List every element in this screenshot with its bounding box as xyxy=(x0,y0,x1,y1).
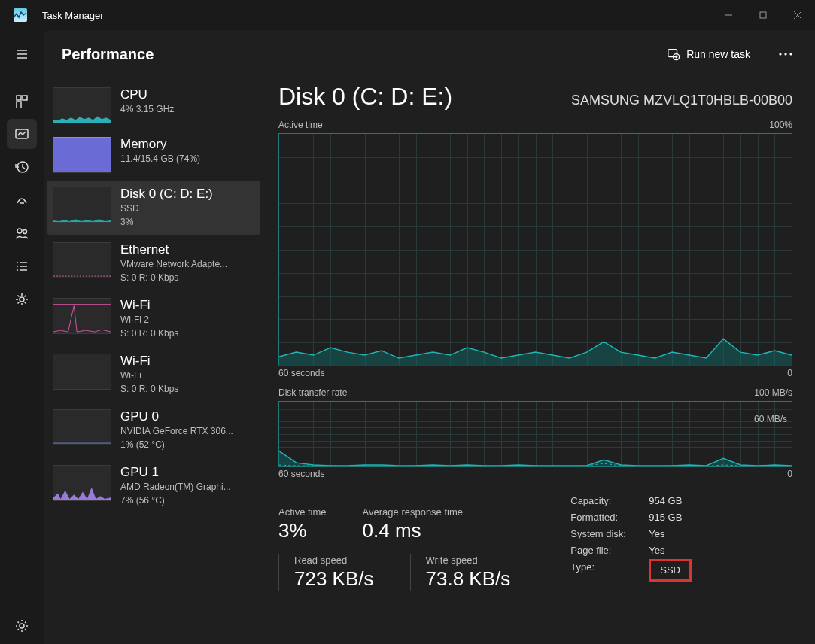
svg-rect-1 xyxy=(760,12,766,18)
wifi2-thumb xyxy=(53,298,111,334)
memory-thumb xyxy=(53,137,111,173)
maximize-button[interactable] xyxy=(746,0,780,30)
write-label: Write speed xyxy=(426,554,511,566)
pagefile-value: Yes xyxy=(649,542,664,559)
chart2-xleft: 60 seconds xyxy=(278,469,324,479)
run-new-task-button[interactable]: Run new task xyxy=(658,41,759,67)
gpu0-sub2: 1% (52 °C) xyxy=(120,438,254,451)
gpu1-thumb xyxy=(53,465,111,501)
run-task-label: Run new task xyxy=(686,48,750,60)
svg-point-27 xyxy=(779,53,781,55)
sysdisk-label: System disk: xyxy=(570,526,635,542)
app-icon xyxy=(14,8,27,22)
svg-rect-23 xyxy=(668,50,677,57)
gpu1-sub1: AMD Radeon(TM) Graphi... xyxy=(120,480,254,494)
cpu-thumb xyxy=(53,87,111,123)
titlebar: Task Manager xyxy=(0,0,815,30)
formatted-value: 915 GB xyxy=(649,509,682,526)
sidebar-item-wifi[interactable]: Wi-Fi Wi-Fi S: 0 R: 0 Kbps xyxy=(47,348,260,402)
svg-point-13 xyxy=(17,229,22,233)
capacity-value: 954 GB xyxy=(649,493,682,509)
active-time-value: 3% xyxy=(278,519,327,542)
wifi2-sub1: Wi-Fi 2 xyxy=(120,313,254,327)
gpu0-sub1: NVIDIA GeForce RTX 306... xyxy=(120,424,254,438)
type-value: SSD xyxy=(660,564,680,576)
active-time-label: Active time xyxy=(278,506,327,518)
sidebar-item-gpu0[interactable]: GPU 0 NVIDIA GeForce RTX 306... 1% (52 °… xyxy=(47,403,260,457)
nav-services[interactable] xyxy=(7,284,37,314)
disk-info-table: Capacity:954 GB Formatted:915 GB System … xyxy=(570,493,692,591)
nav-rail xyxy=(0,30,44,644)
run-task-icon xyxy=(667,47,680,61)
svg-point-22 xyxy=(20,624,24,628)
wifi-sub1: Wi-Fi xyxy=(120,369,254,382)
svg-rect-7 xyxy=(17,96,21,100)
active-time-chart: Active time 100% 60 seconds 0 xyxy=(278,120,792,378)
sidebar-item-gpu1[interactable]: GPU 1 AMD Radeon(TM) Graphi... 7% (56 °C… xyxy=(47,459,260,513)
sidebar-item-disk0[interactable]: Disk 0 (C: D: E:) SSD 3% xyxy=(47,181,260,235)
more-icon xyxy=(779,53,792,56)
more-button[interactable] xyxy=(774,53,797,56)
nav-performance[interactable] xyxy=(7,119,37,149)
svg-point-14 xyxy=(23,230,27,234)
chart1-label: Active time xyxy=(278,120,323,130)
wifi2-title: Wi-Fi xyxy=(120,298,254,313)
disk0-sub2: 3% xyxy=(120,215,254,229)
svg-point-28 xyxy=(784,53,786,55)
sidebar-item-wifi2[interactable]: Wi-Fi Wi-Fi 2 S: 0 R: 0 Kbps xyxy=(47,292,260,346)
memory-sub: 11.4/15.4 GB (74%) xyxy=(120,152,254,166)
cpu-sub: 4% 3.15 GHz xyxy=(120,102,254,116)
sidebar-item-cpu[interactable]: CPU 4% 3.15 GHz xyxy=(47,81,260,129)
capacity-label: Capacity: xyxy=(570,493,635,509)
close-button[interactable] xyxy=(780,0,815,30)
nav-startup[interactable] xyxy=(7,185,37,215)
pagefile-label: Page file: xyxy=(570,542,635,559)
read-value: 723 KB/s xyxy=(294,567,374,591)
hamburger-button[interactable] xyxy=(7,39,37,69)
svg-marker-31 xyxy=(53,219,111,222)
svg-point-29 xyxy=(789,53,792,55)
type-label: Type: xyxy=(570,559,635,582)
nav-users[interactable] xyxy=(7,218,37,248)
gpu0-thumb xyxy=(53,409,111,445)
page-title: Performance xyxy=(62,46,154,63)
eth-sub2: S: 0 R: 0 Kbps xyxy=(120,271,254,284)
sysdisk-value: Yes xyxy=(649,526,664,542)
ethernet-thumb xyxy=(53,242,111,278)
nav-history[interactable] xyxy=(7,152,37,182)
svg-rect-8 xyxy=(23,96,27,100)
nav-details[interactable] xyxy=(7,251,37,281)
detail-device: SAMSUNG MZVLQ1T0HBLB-00B00 xyxy=(571,93,792,108)
svg-marker-30 xyxy=(53,116,111,123)
read-label: Read speed xyxy=(294,554,374,566)
avg-resp-value: 0.4 ms xyxy=(363,519,463,542)
chart2-max: 100 MB/s xyxy=(754,387,792,398)
chart2-xright: 0 xyxy=(787,469,792,479)
sidebar-item-ethernet[interactable]: Ethernet VMware Network Adapte... S: 0 R… xyxy=(47,236,260,290)
write-value: 73.8 KB/s xyxy=(426,567,511,591)
gpu1-title: GPU 1 xyxy=(120,465,254,480)
nav-settings[interactable] xyxy=(7,611,37,641)
wifi-thumb xyxy=(53,354,111,390)
page-header: Performance Run new task xyxy=(44,30,815,78)
memory-title: Memory xyxy=(120,137,254,152)
svg-rect-9 xyxy=(17,102,21,108)
cpu-title: CPU xyxy=(120,87,254,102)
chart1-xright: 0 xyxy=(787,368,792,378)
svg-point-21 xyxy=(20,297,24,302)
eth-sub1: VMware Network Adapte... xyxy=(120,257,254,271)
eth-title: Ethernet xyxy=(120,242,254,257)
svg-marker-38 xyxy=(279,451,792,466)
detail-title: Disk 0 (C: D: E:) xyxy=(278,83,452,111)
sidebar-item-memory[interactable]: Memory 11.4/15.4 GB (74%) xyxy=(47,131,260,179)
transfer-rate-chart: Disk transfer rate 100 MB/s 60 MB/s xyxy=(278,387,792,479)
formatted-label: Formatted: xyxy=(570,509,635,526)
detail-pane: Disk 0 (C: D: E:) SAMSUNG MZVLQ1T0HBLB-0… xyxy=(263,78,815,644)
nav-processes[interactable] xyxy=(7,86,37,116)
type-value-highlight: SSD xyxy=(649,559,692,582)
minimize-button[interactable] xyxy=(711,0,746,30)
wifi-title: Wi-Fi xyxy=(120,354,254,369)
disk0-thumb xyxy=(53,187,111,223)
wifi2-sub2: S: 0 R: 0 Kbps xyxy=(120,327,254,340)
chart1-max: 100% xyxy=(769,120,792,130)
